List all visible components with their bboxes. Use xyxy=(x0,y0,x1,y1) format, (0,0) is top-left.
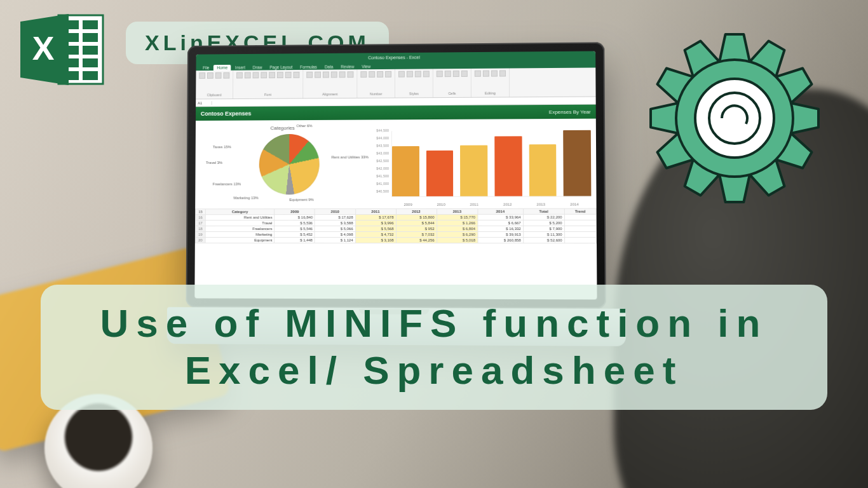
ribbon-group-label: Clipboard xyxy=(199,93,229,97)
ribbon-button-icon xyxy=(253,72,259,78)
excel-screen: Contoso Expenses - Excel FileHomeInsertD… xyxy=(194,51,597,299)
cell xyxy=(564,238,596,243)
ribbon-group-label: Alignment xyxy=(306,92,353,96)
ribbon-button-icon xyxy=(306,72,313,78)
ribbon-body: ClipboardFontAlignmentNumberStylesCellsE… xyxy=(196,67,595,99)
cell: $ 17,628 xyxy=(315,215,355,220)
ribbon-group: Number xyxy=(357,69,395,98)
ribbon-group-label: Font xyxy=(236,93,299,97)
cell: $ 3,996 xyxy=(355,220,396,226)
ribbon-group: Alignment xyxy=(303,69,357,98)
ribbon-button-icon xyxy=(475,71,481,77)
row-header: 16 xyxy=(196,215,206,220)
ribbon-button-icon xyxy=(331,71,337,78)
bar-y-tick: $40,500 xyxy=(371,189,389,193)
pie-slice-label: Freelancers 13% xyxy=(213,182,241,186)
cell: $ 5,066 xyxy=(315,226,355,232)
col-header: 2010 xyxy=(315,209,356,215)
bar-x-label: 2010 xyxy=(424,203,458,207)
bar-x-label: 2013 xyxy=(524,203,558,207)
cell: $ 44,256 xyxy=(396,238,437,243)
ribbon-group-label: Cells xyxy=(437,92,468,95)
bar-y-tick: $43,000 xyxy=(371,151,389,155)
pie-slice-label: Rent and Utilities 33% xyxy=(331,155,369,159)
svg-marker-15 xyxy=(719,174,750,202)
table-row: 19Marketing$ 5,452$ 4,098$ 4,732$ 7,032$… xyxy=(195,232,596,238)
col-header: Total xyxy=(523,208,564,214)
cell: $ 16,332 xyxy=(478,226,524,231)
cell: $ 952 xyxy=(396,226,437,232)
cell: Freelancers xyxy=(205,226,275,232)
charts-row: Categories Other 6%Taxes 15%Rent and Uti… xyxy=(195,119,596,209)
bar-x-label: 2009 xyxy=(391,203,424,207)
cell: $ 11,300 xyxy=(523,232,564,238)
cell: $ 22,200 xyxy=(523,214,564,220)
ribbon-tab: Home xyxy=(214,65,231,71)
cell: $ 7,900 xyxy=(523,226,564,231)
ribbon-tab: Review xyxy=(337,64,357,69)
cell: $ 1,266 xyxy=(437,220,477,226)
pie-slice-label: Other 6% xyxy=(296,124,312,128)
pie-slice-label: Marketing 13% xyxy=(233,196,258,200)
cell xyxy=(564,226,596,231)
ribbon-button-icon xyxy=(483,71,489,77)
svg-marker-18 xyxy=(651,103,679,133)
pie-slice-label: Travel 3% xyxy=(206,161,222,165)
ribbon-tab: Insert xyxy=(232,65,248,71)
pie-slice-label: Taxes 15% xyxy=(213,145,231,149)
cell xyxy=(564,232,596,238)
band-left: Contoso Expenses xyxy=(201,111,252,117)
row-header: 17 xyxy=(195,220,205,226)
row-header: 18 xyxy=(195,226,205,232)
row-header: 19 xyxy=(195,232,205,238)
cell: $ 1,448 xyxy=(275,238,315,243)
cell: $ 5,568 xyxy=(355,226,396,232)
ribbon-button-icon xyxy=(369,71,375,78)
ribbon-button-icon xyxy=(269,72,275,78)
ribbon-group: Font xyxy=(233,70,303,98)
ribbon-button-icon xyxy=(445,71,451,77)
bar-y-tick: $43,500 xyxy=(371,144,389,147)
excel-logo-icon: X xyxy=(19,11,108,88)
cell: $ 17,678 xyxy=(355,214,396,220)
cell: $ 4,098 xyxy=(315,232,355,238)
svg-rect-10 xyxy=(83,71,98,80)
svg-rect-6 xyxy=(83,46,98,55)
ribbon-button-icon xyxy=(377,71,383,78)
data-sheet: 15Category200920102011201220132014TotalT… xyxy=(195,208,597,244)
bar xyxy=(460,146,487,196)
bar-chart: $44,500$44,000$43,500$43,000$42,500$42,0… xyxy=(370,119,596,208)
svg-marker-21 xyxy=(719,34,750,62)
ribbon-button-icon xyxy=(398,71,405,78)
bar xyxy=(494,137,522,196)
cell: $ 5,844 xyxy=(396,220,437,226)
svg-marker-12 xyxy=(790,103,818,133)
ribbon-button-icon xyxy=(294,72,300,78)
ribbon-button-icon xyxy=(415,71,421,78)
thumbnail-stage: X XLinEXCEL.COM Contoso Expenses - Excel… xyxy=(0,0,868,488)
cell: $ 6,667 xyxy=(478,220,524,226)
cell: $ 3,108 xyxy=(355,238,396,243)
ribbon-button-icon xyxy=(385,71,391,78)
cell: $ 16,840 xyxy=(275,215,315,220)
svg-rect-8 xyxy=(83,58,98,67)
bar-y-tick: $44,500 xyxy=(371,128,389,132)
cell: Travel xyxy=(205,220,275,226)
cell: $ 5,546 xyxy=(275,226,315,232)
ribbon-button-icon xyxy=(323,72,329,78)
ribbon-button-icon xyxy=(499,71,506,77)
cell: $ 6,804 xyxy=(437,226,477,231)
ribbon-group-label: Number xyxy=(360,92,391,96)
cell xyxy=(564,214,596,220)
pie-slice-label: Equipment 9% xyxy=(289,198,314,201)
col-header: 2013 xyxy=(437,208,477,214)
headline-text: Use of MINIFS function in Excel/ Spreads… xyxy=(64,300,804,395)
cell: $ 4,732 xyxy=(355,232,396,238)
cell: $ 7,032 xyxy=(396,232,437,238)
bar-y-tick: $41,000 xyxy=(371,182,389,186)
table-row: 17Travel$ 5,536$ 3,588$ 3,996$ 5,844$ 1,… xyxy=(195,220,596,226)
col-header: 2014 xyxy=(477,208,523,214)
table-row: 18Freelancers$ 5,546$ 5,066$ 5,568$ 952$… xyxy=(195,226,596,231)
ribbon-tab: Formulas xyxy=(297,64,320,70)
bar-y-tick: $44,000 xyxy=(371,136,389,140)
